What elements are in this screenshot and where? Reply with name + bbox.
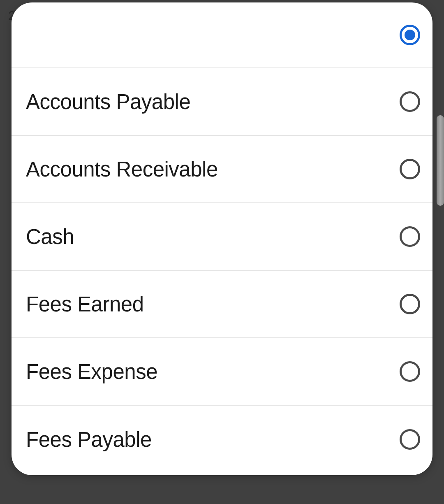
radio-unselected-icon[interactable] (400, 429, 420, 450)
option-label: Fees Expense (26, 360, 157, 384)
radio-unselected-icon[interactable] (400, 91, 420, 112)
option-row-fees-expense[interactable]: Fees Expense (12, 338, 432, 406)
option-row-cash[interactable]: Cash (12, 203, 432, 271)
scrollbar[interactable] (437, 115, 444, 206)
option-label: Fees Payable (26, 427, 152, 452)
option-row-accounts-payable[interactable]: Accounts Payable (12, 68, 432, 136)
option-label: Fees Earned (26, 292, 144, 316)
option-row-fees-earned[interactable]: Fees Earned (12, 271, 432, 338)
account-selection-modal: Accounts Payable Accounts Receivable Cas… (12, 2, 432, 475)
option-row-accounts-receivable[interactable]: Accounts Receivable (12, 136, 432, 203)
option-label: Accounts Receivable (26, 157, 218, 181)
option-label: Accounts Payable (26, 90, 190, 114)
radio-unselected-icon[interactable] (400, 159, 420, 179)
option-row-fees-payable[interactable]: Fees Payable (12, 406, 432, 473)
radio-unselected-icon[interactable] (400, 361, 420, 382)
option-row-blank[interactable] (12, 2, 432, 68)
option-label: Cash (26, 225, 74, 249)
radio-selected-icon[interactable] (400, 25, 420, 45)
radio-unselected-icon[interactable] (400, 226, 420, 247)
radio-unselected-icon[interactable] (400, 294, 420, 314)
